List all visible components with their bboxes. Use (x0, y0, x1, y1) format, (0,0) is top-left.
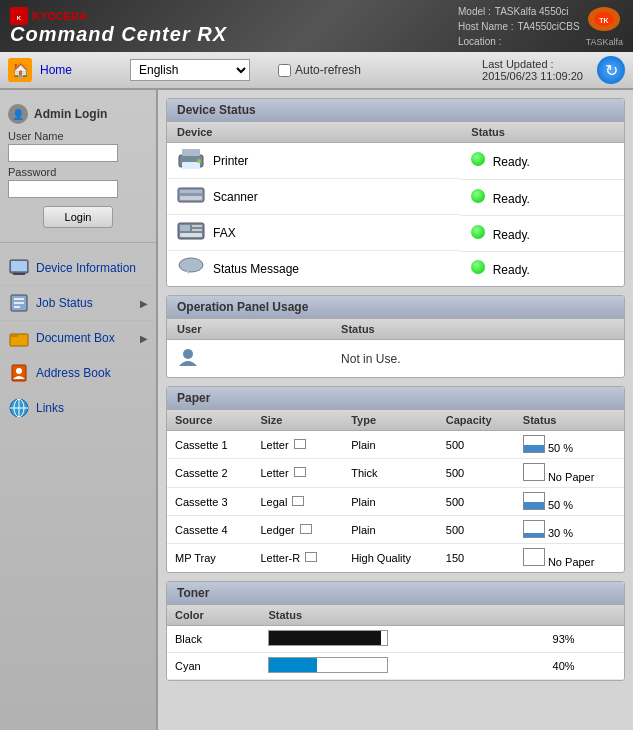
toner-pct-label: 93% (545, 626, 624, 653)
device-status-row: Status Message Ready. (167, 251, 624, 286)
device-status-row: Printer Ready. (167, 143, 624, 180)
address-book-icon (8, 362, 30, 384)
paper-status: No Paper (515, 459, 624, 488)
printer-icon (177, 148, 205, 173)
device-status-cell: Ready. (461, 215, 624, 251)
sidebar-links-label: Links (36, 401, 64, 415)
paper-row: Cassette 2 Letter Thick 500 No Paper (167, 459, 624, 488)
location-line: Location : (458, 36, 580, 47)
device-name: Scanner (213, 190, 258, 204)
status-green-dot (471, 189, 485, 203)
home-link[interactable]: Home (40, 63, 72, 77)
paper-level-indicator (523, 435, 545, 453)
paper-level-indicator (523, 492, 545, 510)
device-name-cell: Status Message (167, 251, 461, 286)
paper-type-col: Type (343, 410, 438, 431)
home-icon[interactable]: 🏠 (8, 58, 32, 82)
device-status-cell: Ready. (461, 179, 624, 215)
header-info: Model : TASKalfa 4550ci Host Name : TA45… (458, 5, 623, 47)
sidebar-item-job-status[interactable]: Job Status ▶ (0, 286, 156, 321)
sidebar: 👤 Admin Login User Name Password Login D… (0, 90, 158, 730)
paper-row: Cassette 4 Ledger Plain 500 30 % (167, 516, 624, 544)
sidebar-device-info-label: Device Information (36, 261, 136, 275)
auto-refresh-wrap: Auto-refresh (278, 63, 361, 77)
toner-status-col: Status (260, 605, 624, 626)
sidebar-item-document-box[interactable]: Document Box ▶ (0, 321, 156, 356)
taskalfa-row: Model : TASKalfa 4550ci Host Name : TA45… (458, 5, 623, 47)
paper-row: MP Tray Letter-R High Quality 150 No Pap… (167, 544, 624, 573)
paper-title: Paper (167, 387, 624, 410)
job-status-arrow-icon: ▶ (140, 298, 148, 309)
svg-point-15 (16, 368, 22, 374)
paper-capacity: 500 (438, 516, 515, 544)
svg-text:TK: TK (600, 17, 609, 24)
paper-size: Letter-R (252, 544, 343, 573)
op-user-cell (167, 340, 331, 378)
paper-type: High Quality (343, 544, 438, 573)
hostname-line: Host Name : TA4550ciCBS (458, 21, 580, 32)
sidebar-address-book-label: Address Book (36, 366, 111, 380)
paper-status-col: Status (515, 410, 624, 431)
title-text: Command Center RX (10, 23, 227, 45)
taskalfa-label: TASKalfa (586, 37, 623, 47)
sidebar-item-address-book[interactable]: Address Book (0, 356, 156, 391)
device-status-text: Ready. (493, 228, 530, 242)
toner-title: Toner (167, 582, 624, 605)
paper-size-icon (305, 552, 317, 562)
header-logo: K KYOCERA Command Center RX (10, 7, 227, 46)
toner-bar-background (268, 630, 388, 646)
sidebar-job-status-label: Job Status (36, 296, 93, 310)
svg-rect-6 (13, 273, 25, 275)
paper-status-text: 50 % (548, 499, 573, 511)
device-status-text: Ready. (493, 192, 530, 206)
last-updated: Last Updated : 2015/06/23 11:09:20 (482, 58, 583, 82)
toner-color-name: Black (167, 626, 260, 653)
refresh-button[interactable]: ↻ (597, 56, 625, 84)
toner-row: Black 93% (167, 626, 624, 653)
toner-section: Toner Color Status Black 93% Cyan 4 (166, 581, 625, 681)
header: K KYOCERA Command Center RX Model : TASK… (0, 0, 633, 52)
paper-type: Plain (343, 516, 438, 544)
paper-level-indicator (523, 520, 545, 538)
svg-rect-29 (192, 225, 202, 227)
status-green-dot (471, 152, 485, 166)
op-user-icon (177, 346, 199, 368)
operation-panel-table: User Status Not in Use. (167, 319, 624, 377)
device-status-cell: Ready. (461, 251, 624, 286)
paper-source: Cassette 1 (167, 431, 252, 459)
toner-bar-cell (260, 626, 544, 653)
login-button[interactable]: Login (43, 206, 113, 228)
language-selector-wrap: English Japanese German French (130, 59, 250, 81)
sidebar-item-device-info[interactable]: Device Information (0, 251, 156, 286)
paper-source: Cassette 3 (167, 488, 252, 516)
op-status-cell: Not in Use. (331, 340, 624, 378)
admin-login-panel: 👤 Admin Login User Name Password Login (0, 98, 156, 243)
auto-refresh-checkbox[interactable] (278, 64, 291, 77)
status-col-header: Status (461, 122, 624, 143)
paper-size-col: Size (252, 410, 343, 431)
device-name: Status Message (213, 262, 299, 276)
job-status-icon (8, 292, 30, 314)
toner-bar-cell (260, 653, 544, 680)
svg-point-34 (183, 349, 193, 359)
language-select[interactable]: English Japanese German French (130, 59, 250, 81)
status-green-dot (471, 225, 485, 239)
password-input[interactable] (8, 180, 118, 198)
paper-capacity-col: Capacity (438, 410, 515, 431)
paper-status-text: No Paper (548, 471, 594, 483)
sidebar-nav: Device Information Job Status ▶ Document… (0, 251, 156, 426)
svg-rect-7 (11, 261, 27, 271)
admin-avatar-icon: 👤 (8, 104, 28, 124)
svg-rect-22 (182, 162, 200, 169)
paper-table: Source Size Type Capacity Status Cassett… (167, 410, 624, 572)
username-input[interactable] (8, 144, 118, 162)
paper-size: Letter (252, 459, 343, 488)
op-status-col-header: Status (331, 319, 624, 340)
paper-capacity: 500 (438, 459, 515, 488)
paper-row: Cassette 1 Letter Plain 500 50 % (167, 431, 624, 459)
last-updated-date: 2015/06/23 11:09:20 (482, 70, 583, 82)
device-status-row: FAX Ready. (167, 215, 624, 251)
device-status-row: Scanner Ready. (167, 179, 624, 215)
document-box-arrow-icon: ▶ (140, 333, 148, 344)
sidebar-item-links[interactable]: Links (0, 391, 156, 426)
